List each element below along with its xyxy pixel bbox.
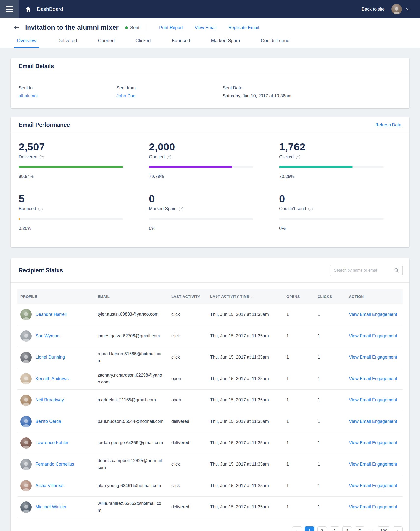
recipient-name-link[interactable]: Kennith Andrews xyxy=(35,376,69,381)
column-header-profile: Profile xyxy=(17,289,95,304)
tab[interactable]: Bounced xyxy=(169,36,193,48)
hamburger-menu-icon[interactable] xyxy=(0,0,19,18)
table-row: Neil Broadway mark.clark.21165@gmail.com… xyxy=(17,389,403,411)
top-navbar: DashBoard Back to site xyxy=(0,0,420,18)
page-number-button[interactable]: 3 xyxy=(330,526,339,531)
help-icon[interactable]: ? xyxy=(296,155,300,159)
tab[interactable]: Opened xyxy=(95,36,118,48)
progress-bar-track xyxy=(279,218,384,220)
header-action-link[interactable]: Replicate Email xyxy=(228,25,259,30)
detail-field-value[interactable]: Saturday, Jun 10, 2017 at 10:36am xyxy=(223,93,401,99)
recipient-avatar[interactable] xyxy=(20,459,32,470)
view-email-engagement-link[interactable]: View Email Engagement xyxy=(349,376,397,381)
page-number-button[interactable]: 4 xyxy=(342,526,352,531)
recipient-avatar[interactable] xyxy=(20,394,32,406)
tab[interactable]: Clicked xyxy=(133,36,154,48)
detail-field-value[interactable]: John Doe xyxy=(117,93,223,99)
help-icon[interactable]: ? xyxy=(40,155,44,159)
recipient-avatar[interactable] xyxy=(20,501,32,513)
page-number-button[interactable]: 2 xyxy=(317,526,327,531)
page-number-button[interactable]: ••• xyxy=(367,526,375,531)
recipient-last-activity-time: Thu, Jun 15, 2017 at 11:35am xyxy=(207,475,283,496)
help-icon[interactable]: ? xyxy=(308,207,313,211)
recipient-avatar[interactable] xyxy=(20,416,32,427)
recipient-avatar[interactable] xyxy=(20,373,32,384)
recipient-avatar[interactable] xyxy=(20,309,32,320)
column-header-opens: Opens xyxy=(283,289,315,304)
page-header: Invitation to the alumni mixer Sent Prin… xyxy=(0,18,420,36)
metric: 2,507 Delivered ? 99.84% xyxy=(19,142,149,179)
recipient-last-activity: click xyxy=(168,304,207,325)
detail-field: Sent to all-alumni xyxy=(19,85,117,99)
back-to-site-link[interactable]: Back to site xyxy=(362,7,385,12)
recipient-name-link[interactable]: Benito Cerda xyxy=(35,419,61,424)
recipient-name-link[interactable]: Aisha Villareal xyxy=(35,483,63,488)
header-action-link[interactable]: Print Report xyxy=(159,25,183,30)
tab[interactable]: Overview xyxy=(14,36,39,48)
search-input[interactable] xyxy=(330,265,403,276)
view-email-engagement-link[interactable]: View Email Engagement xyxy=(349,483,397,488)
progress-bar-fill xyxy=(279,166,353,168)
metric: 0 Marked Spam ? 0% xyxy=(149,194,279,231)
recipient-email: mark.clark.21165@gmail.com xyxy=(95,389,168,411)
view-email-engagement-link[interactable]: View Email Engagement xyxy=(349,397,397,402)
page-number-button[interactable]: 5 xyxy=(355,526,364,531)
metric-label: Opened xyxy=(149,154,165,160)
recipient-avatar[interactable] xyxy=(20,437,32,449)
tab[interactable]: Delivered xyxy=(54,36,80,48)
previous-page-button[interactable] xyxy=(292,526,302,531)
metric-percent: 0% xyxy=(279,226,409,231)
metric: 5 Bounced ? 0.20% xyxy=(19,194,149,231)
sort-descending-icon[interactable]: ↓ xyxy=(251,294,253,298)
recipient-clicks: 1 xyxy=(315,304,346,325)
view-email-engagement-link[interactable]: View Email Engagement xyxy=(349,462,397,467)
recipient-avatar[interactable] xyxy=(20,352,32,363)
header-action-link[interactable]: View Email xyxy=(195,25,216,30)
recipient-clicks: 1 xyxy=(315,475,346,496)
page-number-button[interactable]: 1 xyxy=(305,526,314,531)
chevron-down-icon[interactable] xyxy=(405,7,410,12)
home-icon[interactable] xyxy=(25,6,31,12)
recipient-name-link[interactable]: Fernando Cornelius xyxy=(35,462,74,467)
help-icon[interactable]: ? xyxy=(179,207,183,211)
help-icon[interactable]: ? xyxy=(38,207,43,211)
detail-field-value[interactable]: all-alumni xyxy=(19,93,117,99)
detail-field: Sent Date Saturday, Jun 10, 2017 at 10:3… xyxy=(223,85,401,99)
column-header-clicks: Clicks xyxy=(315,289,346,304)
metric-percent: 0.20% xyxy=(19,226,149,231)
recipient-name-link[interactable]: Lionel Dunning xyxy=(35,355,65,360)
view-email-engagement-link[interactable]: View Email Engagement xyxy=(349,440,397,445)
tab[interactable]: Couldn't send xyxy=(258,36,292,48)
recipient-name-link[interactable]: Lawrence Kohler xyxy=(35,440,69,446)
recipient-avatar[interactable] xyxy=(20,480,32,491)
user-avatar[interactable] xyxy=(391,4,402,14)
table-row: Benito Cerda paul.hudson.55544@hotmail.c… xyxy=(17,411,403,432)
recipient-name-link[interactable]: Michael Winkler xyxy=(35,504,67,510)
recipient-name-link[interactable]: Neil Broadway xyxy=(35,397,64,403)
refresh-data-link[interactable]: Refresh Data xyxy=(375,122,401,128)
recipient-avatar[interactable] xyxy=(20,330,32,342)
next-page-button[interactable] xyxy=(393,526,403,531)
recipient-table: Profile Email Last Activity Last Activit… xyxy=(17,289,403,518)
view-email-engagement-link[interactable]: View Email Engagement xyxy=(349,504,397,509)
back-arrow-icon[interactable] xyxy=(13,24,20,31)
recipient-name-link[interactable]: Deandre Harrell xyxy=(35,312,67,317)
recipient-opens: 1 xyxy=(283,325,315,347)
recipient-last-activity-time: Thu, Jun 15, 2017 at 11:35am xyxy=(207,389,283,411)
search-icon[interactable] xyxy=(394,268,399,274)
page-number-button[interactable]: 100 xyxy=(378,526,390,531)
email-details-card: Email Details Sent to all-alumni Sent fr… xyxy=(11,58,409,108)
email-details-fields: Sent to all-alumni Sent from John Doe Se… xyxy=(11,75,409,108)
help-icon[interactable]: ? xyxy=(167,155,171,159)
view-email-engagement-link[interactable]: View Email Engagement xyxy=(349,333,397,338)
recipient-name-link[interactable]: Son Wyman xyxy=(35,333,60,339)
column-header-last-activity-time[interactable]: Last Activity Time↓ xyxy=(207,289,283,304)
recipient-search xyxy=(330,265,403,276)
metric-value: 2,000 xyxy=(149,142,279,152)
recipient-email: jordan.george.64369@gmail.com xyxy=(95,432,168,454)
view-email-engagement-link[interactable]: View Email Engagement xyxy=(349,419,397,424)
view-email-engagement-link[interactable]: View Email Engagement xyxy=(349,312,397,317)
column-header-email: Email xyxy=(95,289,168,304)
tab[interactable]: Marked Spam xyxy=(208,36,243,48)
view-email-engagement-link[interactable]: View Email Engagement xyxy=(349,355,397,360)
